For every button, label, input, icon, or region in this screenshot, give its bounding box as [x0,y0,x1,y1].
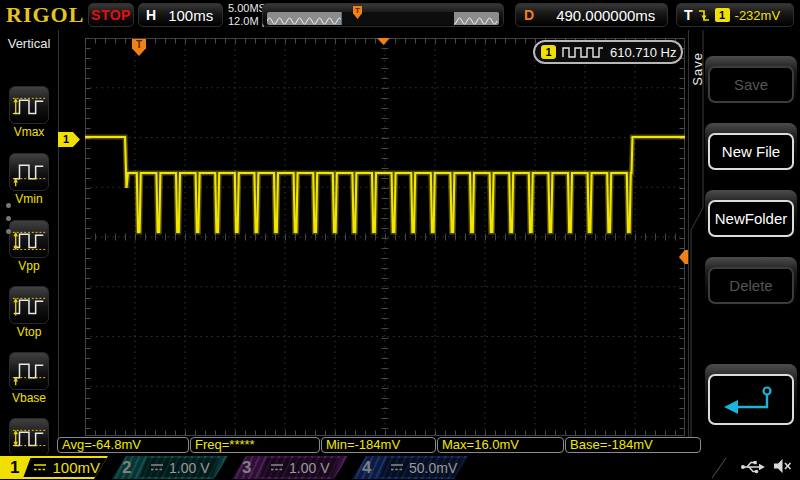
trigger-level-value: -232mV [735,8,781,23]
measure-item-vtop[interactable]: Vtop [0,286,58,339]
channel1-ground-marker[interactable]: 1 [58,132,80,147]
channel-1-tab[interactable]: 1 100mV [0,456,108,479]
run-state-indicator[interactable]: STOP [88,3,134,27]
left-menu-title: Vertical [0,36,58,51]
frequency-counter-readout: 1 610.710 Hz [533,40,683,64]
trigger-box: T 1 -232mV [676,3,794,27]
dc-coupling-icon [33,463,47,472]
counter-value: 610.710 Hz [610,45,677,60]
vpp-pulse-icon [9,220,49,258]
horizontal-label: H [146,7,156,23]
measurement-base: Base=-184mV [565,437,701,453]
top-status-bar: RIGOL STOP H 100ms 5.00MSa/s 12.0M pts T… [0,0,800,30]
new-folder-button[interactable]: NewFolder [705,190,797,240]
dc-coupling-icon [150,463,164,472]
measure-label: Vpp [0,259,58,273]
measure-item-vpp[interactable]: Vpp [0,220,58,273]
measurement-max: Max=16.0mV [437,437,564,453]
measure-label: Vmax [0,125,58,139]
channel-4-tab[interactable]: 4 50.0mV [352,456,468,479]
menu-back-button[interactable] [705,364,797,428]
delay-label: D [524,7,534,23]
measurement-avg: Avg=-64.8mV [57,437,189,453]
channel-status-bar: 1 100mV 2 1.00 V 3 [0,454,800,480]
waveform-display-area [85,38,685,436]
horizontal-timebase-box: H 100ms [138,3,223,27]
menu-page-dot [6,216,11,221]
rigol-logo: RIGOL [6,2,84,28]
memory-band [267,12,499,25]
channel-2-tab[interactable]: 2 1.00 V [112,456,228,479]
square-wave-icon [562,46,604,58]
measure-item-vbase[interactable]: Vbase [0,352,58,405]
right-menu-title: Save [690,52,704,86]
status-divider [706,456,728,478]
save-menu: Save Save New File NewFolder Delete [688,30,800,452]
channel-scale: 50.0mV [409,460,457,476]
vmin-pulse-icon [9,153,49,191]
dc-coupling-icon [390,463,404,472]
menu-page-dot [6,229,11,234]
usb-icon [740,459,765,474]
measure-label: Vtop [0,325,58,339]
delete-button[interactable]: Delete [705,257,797,307]
channel-scale: 1.00 V [169,460,209,476]
vmax-pulse-icon [9,86,49,124]
vbase-pulse-icon [9,352,49,390]
new-file-button[interactable]: New File [705,123,797,173]
speaker-muted-icon [773,458,792,474]
timebase-value: 100ms [168,7,213,24]
delay-value: 490.000000ms [556,7,655,24]
vamp-pulse-icon [9,418,49,456]
vtop-pulse-icon [9,286,49,324]
graticule-grid [85,38,685,436]
measure-item-vmax[interactable]: Vmax [0,86,58,139]
measure-item-vmin[interactable]: Vmin [0,153,58,206]
channel-scale: 100mV [52,459,100,476]
channel-scale: 1.00 V [289,460,329,476]
falling-edge-icon [698,8,710,23]
measurement-freq: Freq=***** [190,437,320,453]
delay-box: D 490.000000ms [515,3,668,27]
counter-source-badge: 1 [541,45,556,59]
memory-position-thumbnail[interactable]: T [262,3,504,27]
return-arrow-icon [721,383,781,417]
channel-3-tab[interactable]: 3 1.00 V [232,456,348,479]
measure-label: Vbase [0,391,58,405]
trigger-label: T [684,7,693,23]
oscilloscope-screen: RIGOL STOP H 100ms 5.00MSa/s 12.0M pts T… [0,0,800,480]
trigger-source-badge: 1 [715,8,730,22]
dc-coupling-icon [270,463,284,472]
menu-page-dot [6,203,11,208]
vertical-measure-menu: Vertical Vmax Vmin [0,30,59,452]
measurement-min: Min=-184mV [321,437,436,453]
save-button[interactable]: Save [705,56,797,106]
